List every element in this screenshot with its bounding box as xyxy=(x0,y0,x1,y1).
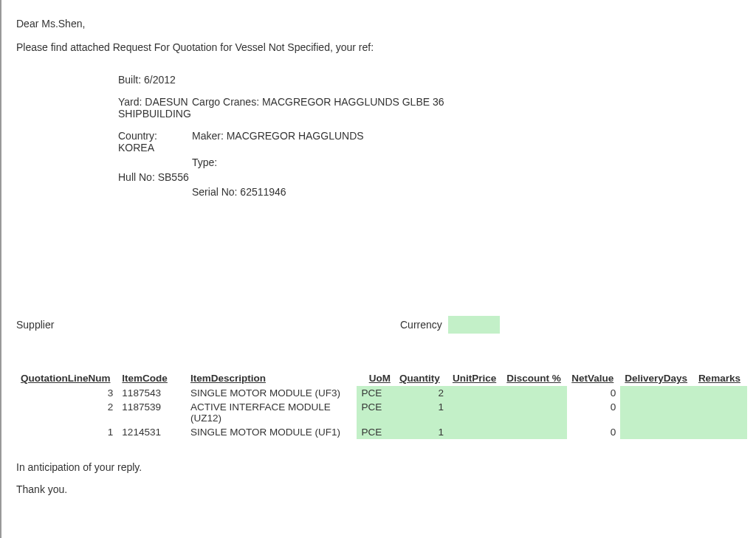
header-linenum: QuotationLineNum xyxy=(16,370,117,386)
cell-netvalue: 0 xyxy=(567,386,620,400)
table-row: 31187543SINGLE MOTOR MODULE (UF3)PCE20 xyxy=(16,386,747,400)
header-qty: Quantity xyxy=(395,370,448,386)
cell-remarks-input[interactable] xyxy=(694,400,747,425)
cell-uom: PCE xyxy=(357,400,394,425)
serial-label: Serial No: 62511946 xyxy=(192,186,741,198)
header-discount: Discount % xyxy=(502,370,567,386)
cell-discount-input[interactable] xyxy=(502,425,567,439)
cell-remarks-input[interactable] xyxy=(694,425,747,439)
cell-uom: PCE xyxy=(357,386,394,400)
cell-linenum: 3 xyxy=(16,386,117,400)
cell-linenum: 1 xyxy=(16,425,117,439)
cell-unitprice-input[interactable] xyxy=(448,400,502,425)
vessel-details: Built: 6/2012 Yard: DAESUN SHIPBUILDING … xyxy=(118,74,741,198)
cell-itemcode: 1187543 xyxy=(117,386,186,400)
cell-unitprice-input[interactable] xyxy=(448,425,502,439)
cell-qty: 1 xyxy=(395,425,448,439)
closing-line-2: Thank you. xyxy=(16,483,741,495)
header-unitprice: UnitPrice xyxy=(448,370,502,386)
table-row: 21187539ACTIVE INTERFACE MODULE (UZ12)PC… xyxy=(16,400,747,425)
cell-qty: 2 xyxy=(395,386,448,400)
cell-deliverydays-input[interactable] xyxy=(620,386,694,400)
supplier-label: Supplier xyxy=(16,319,400,331)
quotation-table: QuotationLineNum ItemCode ItemDescriptio… xyxy=(16,370,747,439)
header-netvalue: NetValue xyxy=(567,370,620,386)
cell-desc: SINGLE MOTOR MODULE (UF1) xyxy=(186,425,357,439)
header-remarks: Remarks xyxy=(694,370,747,386)
header-uom: UoM xyxy=(357,370,394,386)
cell-deliverydays-input[interactable] xyxy=(620,425,694,439)
country-label: Country: KOREA xyxy=(118,130,192,154)
supplier-currency-row: Supplier Currency xyxy=(16,316,741,334)
header-desc: ItemDescription xyxy=(186,370,357,386)
closing-line-1: In anticipation of your reply. xyxy=(16,461,741,473)
cell-itemcode: 1214531 xyxy=(117,425,186,439)
type-label: Type: xyxy=(192,156,741,168)
cell-itemcode: 1187539 xyxy=(117,400,186,425)
yard-label: Yard: DAESUN SHIPBUILDING xyxy=(118,96,192,120)
header-deliverydays: DeliveryDays xyxy=(620,370,694,386)
cell-linenum: 2 xyxy=(16,400,117,425)
cell-unitprice-input[interactable] xyxy=(448,386,502,400)
closing-block: In anticipation of your reply. Thank you… xyxy=(16,461,741,495)
table-row: 11214531SINGLE MOTOR MODULE (UF1)PCE10 xyxy=(16,425,747,439)
built-label: Built: 6/2012 xyxy=(118,74,192,86)
cell-desc: ACTIVE INTERFACE MODULE (UZ12) xyxy=(186,400,357,425)
hullno-label: Hull No: SB556 xyxy=(118,171,192,183)
currency-label: Currency xyxy=(400,319,442,331)
cell-uom: PCE xyxy=(357,425,394,439)
header-itemcode: ItemCode xyxy=(117,370,186,386)
cell-netvalue: 0 xyxy=(567,400,620,425)
currency-input[interactable] xyxy=(448,316,500,334)
cell-netvalue: 0 xyxy=(567,425,620,439)
cell-discount-input[interactable] xyxy=(502,400,567,425)
intro-text: Please find attached Request For Quotati… xyxy=(16,41,741,53)
maker-label: Maker: MACGREGOR HAGGLUNDS xyxy=(192,130,741,154)
cell-desc: SINGLE MOTOR MODULE (UF3) xyxy=(186,386,357,400)
greeting-text: Dear Ms.Shen, xyxy=(16,18,741,30)
cell-qty: 1 xyxy=(395,400,448,425)
cell-discount-input[interactable] xyxy=(502,386,567,400)
cell-remarks-input[interactable] xyxy=(694,386,747,400)
cargo-cranes-label: Cargo Cranes: MACGREGOR HAGGLUNDS GLBE 3… xyxy=(192,96,741,120)
cell-deliverydays-input[interactable] xyxy=(620,400,694,425)
